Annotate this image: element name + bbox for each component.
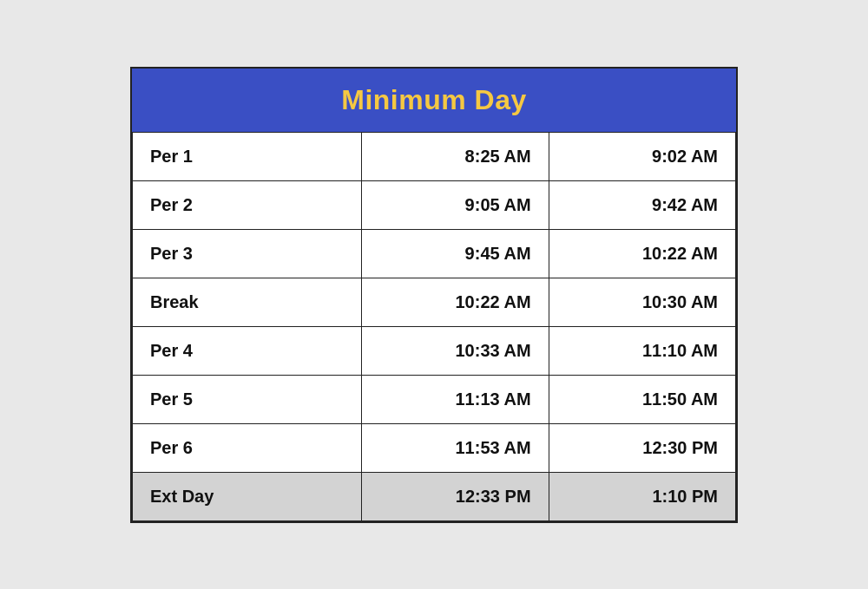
period-label: Ext Day [133,472,362,520]
end-time: 11:50 AM [549,375,735,423]
period-label: Break [133,278,362,326]
schedule-header: Minimum Day [132,69,736,132]
table-row: Per 410:33 AM11:10 AM [133,326,736,375]
period-label: Per 1 [133,132,362,180]
table-row: Per 29:05 AM9:42 AM [133,180,736,229]
schedule-table: Per 18:25 AM9:02 AMPer 29:05 AM9:42 AMPe… [132,132,736,521]
start-time: 10:22 AM [362,278,549,326]
period-label: Per 2 [133,180,362,229]
table-row: Ext Day12:33 PM1:10 PM [133,472,736,520]
period-label: Per 6 [133,423,362,472]
start-time: 9:45 AM [362,229,549,278]
end-time: 11:10 AM [549,326,735,375]
start-time: 12:33 PM [362,472,549,520]
table-row: Per 511:13 AM11:50 AM [133,375,736,423]
end-time: 9:42 AM [549,180,735,229]
end-time: 12:30 PM [549,423,735,472]
table-row: Break10:22 AM10:30 AM [133,278,736,326]
start-time: 11:13 AM [362,375,549,423]
end-time: 1:10 PM [549,472,735,520]
start-time: 10:33 AM [362,326,549,375]
end-time: 9:02 AM [549,132,735,180]
schedule-title: Minimum Day [141,84,727,116]
period-label: Per 4 [133,326,362,375]
end-time: 10:30 AM [549,278,735,326]
start-time: 11:53 AM [362,423,549,472]
period-label: Per 3 [133,229,362,278]
schedule-container: Minimum Day Per 18:25 AM9:02 AMPer 29:05… [130,67,738,523]
start-time: 9:05 AM [362,180,549,229]
end-time: 10:22 AM [549,229,735,278]
period-label: Per 5 [133,375,362,423]
table-row: Per 611:53 AM12:30 PM [133,423,736,472]
start-time: 8:25 AM [362,132,549,180]
table-row: Per 18:25 AM9:02 AM [133,132,736,180]
table-row: Per 39:45 AM10:22 AM [133,229,736,278]
